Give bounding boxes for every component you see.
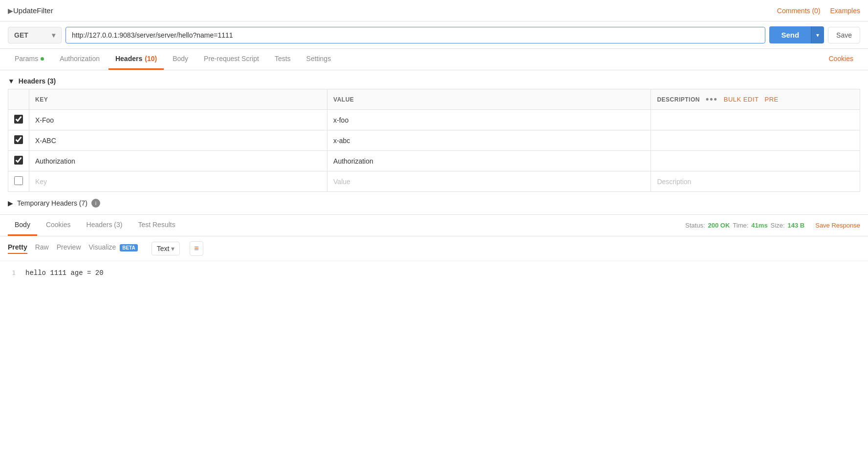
top-right-actions: Comments (0) Examples xyxy=(777,7,860,15)
row2-checkbox[interactable] xyxy=(14,135,23,144)
table-row: X-ABC x-abc xyxy=(8,130,860,151)
info-icon[interactable]: i xyxy=(91,199,100,208)
row3-key-cell[interactable]: Authorization xyxy=(29,151,327,171)
code-line-1: hello 1111 age = 20 xyxy=(25,269,104,277)
th-description-actions: DESCRIPTION ••• Bulk Edit Pre xyxy=(651,89,860,110)
save-button[interactable]: Save xyxy=(828,27,860,43)
wrap-button[interactable]: ≡ xyxy=(190,241,203,256)
request-bar: GET ▾ Send ▾ Save xyxy=(0,21,868,49)
response-body: 1 hello 1111 age = 20 xyxy=(0,261,868,285)
dots-menu-button[interactable]: ••• xyxy=(706,94,718,105)
th-description-label: DESCRIPTION xyxy=(657,96,700,103)
response-tab-headers-label: Headers (3) xyxy=(87,221,123,229)
response-tab-headers[interactable]: Headers (3) xyxy=(80,215,130,236)
line-number-1: 1 xyxy=(8,269,16,276)
url-input[interactable] xyxy=(65,27,765,43)
headers-chevron-icon: ▼ xyxy=(8,77,15,85)
response-tabs-row: Body Cookies Headers (3) Test Results St… xyxy=(0,215,868,236)
send-button[interactable]: Send xyxy=(769,26,811,43)
params-dot xyxy=(41,57,44,61)
time-value: 41ms xyxy=(751,222,767,229)
placeholder-checkbox[interactable] xyxy=(14,176,23,185)
response-tab-cookies[interactable]: Cookies xyxy=(39,215,78,236)
status-label: Status: xyxy=(685,222,705,229)
pre-button[interactable]: Pre xyxy=(764,96,778,103)
response-section: Body Cookies Headers (3) Test Results St… xyxy=(0,215,868,285)
response-view-tabs: Pretty Raw Preview Visualize BETA Text ▾… xyxy=(0,236,868,261)
size-value: 143 B xyxy=(788,222,805,229)
tab-body[interactable]: Body xyxy=(166,49,195,70)
comments-button[interactable]: Comments (0) xyxy=(777,7,821,15)
tab-prerequest[interactable]: Pre-request Script xyxy=(197,49,266,70)
tab-cookies-label: Cookies xyxy=(828,55,853,63)
headers-count: (10) xyxy=(145,55,157,63)
row1-value-cell[interactable]: x-foo xyxy=(327,110,651,130)
placeholder-value-cell[interactable]: Value xyxy=(327,171,651,192)
row3-desc-cell[interactable] xyxy=(651,151,860,171)
send-dropdown-button[interactable]: ▾ xyxy=(811,26,824,43)
window-title: UpdateFilter xyxy=(13,6,777,15)
headers-section: ▼ Headers (3) KEY VALUE DESCRIPTION ••• … xyxy=(0,70,868,192)
tab-body-label: Body xyxy=(173,55,188,63)
format-label: Text xyxy=(157,245,170,252)
row1-desc-cell[interactable] xyxy=(651,110,860,130)
view-tab-raw[interactable]: Raw xyxy=(35,243,49,254)
row1-checkbox[interactable] xyxy=(14,115,23,124)
tab-cookies[interactable]: Cookies xyxy=(822,49,860,70)
method-select[interactable]: GET ▾ xyxy=(8,27,62,43)
response-tab-testresults-label: Test Results xyxy=(138,221,175,229)
view-tab-visualize[interactable]: Visualize BETA xyxy=(89,243,138,254)
wrap-icon: ≡ xyxy=(194,244,198,252)
tab-prerequest-label: Pre-request Script xyxy=(204,55,259,63)
row3-value-cell[interactable]: Authorization xyxy=(327,151,651,171)
row3-checkbox-cell xyxy=(8,151,29,171)
view-tab-pretty[interactable]: Pretty xyxy=(8,243,27,254)
placeholder-desc-cell[interactable]: Description xyxy=(651,171,860,192)
tab-headers[interactable]: Headers (10) xyxy=(108,49,164,70)
tab-params-label: Params xyxy=(15,55,38,63)
row3-checkbox[interactable] xyxy=(14,156,23,165)
save-response-button[interactable]: Save Response xyxy=(815,222,860,229)
placeholder-key-cell[interactable]: Key xyxy=(29,171,327,192)
examples-button[interactable]: Examples xyxy=(830,7,860,15)
tab-headers-label: Headers xyxy=(115,55,142,63)
table-row-placeholder: Key Value Description xyxy=(8,171,860,192)
status-value: 200 OK xyxy=(708,222,730,229)
row2-desc-cell[interactable] xyxy=(651,130,860,151)
tab-authorization[interactable]: Authorization xyxy=(53,49,107,70)
tab-settings[interactable]: Settings xyxy=(300,49,338,70)
temp-headers-chevron-icon: ▶ xyxy=(8,199,13,207)
request-tabs: Params Authorization Headers (10) Body P… xyxy=(0,49,868,70)
row1-checkbox-cell xyxy=(8,110,29,130)
top-bar: ▶ UpdateFilter Comments (0) Examples xyxy=(0,0,868,21)
row2-key-cell[interactable]: X-ABC xyxy=(29,130,327,151)
headers-section-toggle[interactable]: ▼ Headers (3) xyxy=(8,70,860,89)
tab-tests[interactable]: Tests xyxy=(268,49,298,70)
headers-table: KEY VALUE DESCRIPTION ••• Bulk Edit Pre xyxy=(8,89,860,192)
format-chevron-icon: ▾ xyxy=(171,245,174,252)
th-key: KEY xyxy=(29,89,327,110)
bulk-edit-button[interactable]: Bulk Edit xyxy=(724,96,759,103)
response-tab-cookies-label: Cookies xyxy=(46,221,71,229)
send-button-group: Send ▾ xyxy=(769,26,824,43)
table-row: Authorization Authorization xyxy=(8,151,860,171)
method-chevron-icon: ▾ xyxy=(52,31,55,39)
tab-settings-label: Settings xyxy=(306,55,331,63)
response-tab-testresults[interactable]: Test Results xyxy=(131,215,182,236)
view-tab-preview[interactable]: Preview xyxy=(57,243,81,254)
row2-value-cell[interactable]: x-abc xyxy=(327,130,651,151)
response-status-bar: Status: 200 OK Time: 41ms Size: 143 B Sa… xyxy=(685,222,860,229)
temp-headers-section[interactable]: ▶ Temporary Headers (7) i xyxy=(0,192,868,214)
title-arrow-icon: ▶ xyxy=(8,7,13,15)
th-value: VALUE xyxy=(327,89,651,110)
th-checkbox xyxy=(8,89,29,110)
response-tab-body[interactable]: Body xyxy=(8,215,37,236)
row1-key-cell[interactable]: X-Foo xyxy=(29,110,327,130)
size-label: Size: xyxy=(771,222,785,229)
time-label: Time: xyxy=(733,222,748,229)
temp-headers-label: Temporary Headers (7) xyxy=(17,199,87,207)
response-tab-body-label: Body xyxy=(15,221,30,229)
row2-checkbox-cell xyxy=(8,130,29,151)
format-selector[interactable]: Text ▾ xyxy=(152,242,180,255)
tab-params[interactable]: Params xyxy=(8,49,51,70)
